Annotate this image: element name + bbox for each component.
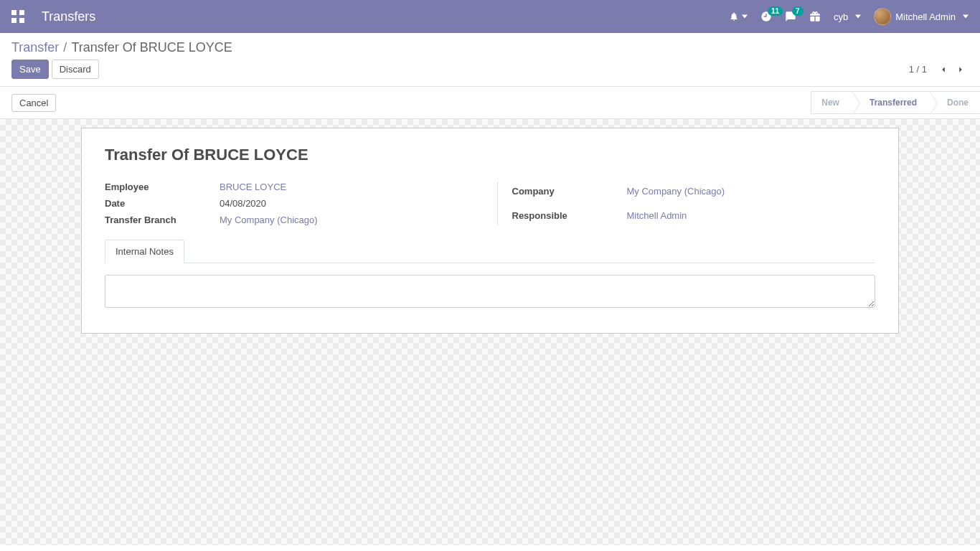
gift-icon[interactable] [809,11,821,22]
navbar-right: 11 7 cyb Mitchell Admin [729,8,969,25]
discard-button[interactable]: Discard [52,60,99,79]
internal-notes-textarea[interactable] [105,275,875,308]
value-transfer-branch[interactable]: My Company (Chicago) [220,215,468,225]
app-title[interactable]: Transfers [42,9,95,24]
status-transferred[interactable]: Transferred [852,91,930,114]
apps-icon[interactable] [11,10,24,23]
form-sheet: Transfer Of BRUCE LOYCE Employee BRUCE L… [81,128,899,334]
messages-badge: 7 [792,6,804,16]
navbar-left: Transfers [11,9,729,24]
activities-icon[interactable]: 11 [760,11,772,22]
pager: 1 / 1 [909,62,969,77]
label-transfer-branch: Transfer Branch [105,215,212,225]
label-company: Company [512,186,620,197]
status-new[interactable]: New [811,91,852,114]
messages-icon[interactable]: 7 [785,11,796,22]
svg-rect-3 [19,18,24,23]
save-button[interactable]: Save [11,60,49,79]
left-buttons: Save Discard [11,60,99,79]
pager-next[interactable] [953,62,969,77]
status-chevrons: New Transferred Done [811,91,980,114]
svg-rect-0 [11,10,17,15]
pager-text: 1 / 1 [909,64,927,75]
form-group-left: Employee BRUCE LOYCE Date 04/08/2020 Tra… [105,182,468,225]
company-switcher[interactable]: cyb [834,11,861,22]
value-responsible[interactable]: Mitchell Admin [627,210,876,221]
label-responsible: Responsible [512,210,620,221]
breadcrumb-root[interactable]: Transfer [11,40,59,55]
page-title: Transfer Of BRUCE LOYCE [105,146,875,164]
user-menu[interactable]: Mitchell Admin [874,8,969,25]
svg-rect-2 [11,18,17,23]
breadcrumb-separator: / [63,40,67,55]
value-company[interactable]: My Company (Chicago) [627,186,876,197]
svg-rect-1 [19,10,24,15]
tab-internal-notes[interactable]: Internal Notes [105,240,184,263]
notifications-icon[interactable] [729,11,748,22]
user-name: Mitchell Admin [895,11,956,22]
tab-content-internal-notes [105,263,875,310]
label-date: Date [105,198,212,209]
buttons-row: Save Discard 1 / 1 [0,60,980,86]
form-group-right: Company My Company (Chicago) Responsible… [497,182,876,225]
navbar: Transfers 11 7 cyb Mitchell Admin [0,0,980,33]
cancel-button[interactable]: Cancel [11,94,56,112]
breadcrumb-current: Transfer Of BRUCE LOYCE [71,40,232,55]
tabs: Internal Notes [105,240,875,263]
form-group: Employee BRUCE LOYCE Date 04/08/2020 Tra… [105,182,875,225]
content-background: Transfer Of BRUCE LOYCE Employee BRUCE L… [0,119,980,545]
statusbar: Cancel New Transferred Done [0,87,980,119]
breadcrumb-row: Transfer / Transfer Of BRUCE LOYCE [0,33,980,60]
value-date[interactable]: 04/08/2020 [220,198,468,209]
pager-prev[interactable] [936,62,951,77]
notebook: Internal Notes [105,240,875,310]
breadcrumb: Transfer / Transfer Of BRUCE LOYCE [11,40,232,55]
label-employee: Employee [105,182,212,192]
pager-nav [936,62,969,77]
activities-badge: 11 [768,6,783,16]
avatar [874,8,891,25]
company-short: cyb [834,11,848,22]
control-panel: Transfer / Transfer Of BRUCE LOYCE Save … [0,33,980,87]
value-employee[interactable]: BRUCE LOYCE [220,182,468,192]
